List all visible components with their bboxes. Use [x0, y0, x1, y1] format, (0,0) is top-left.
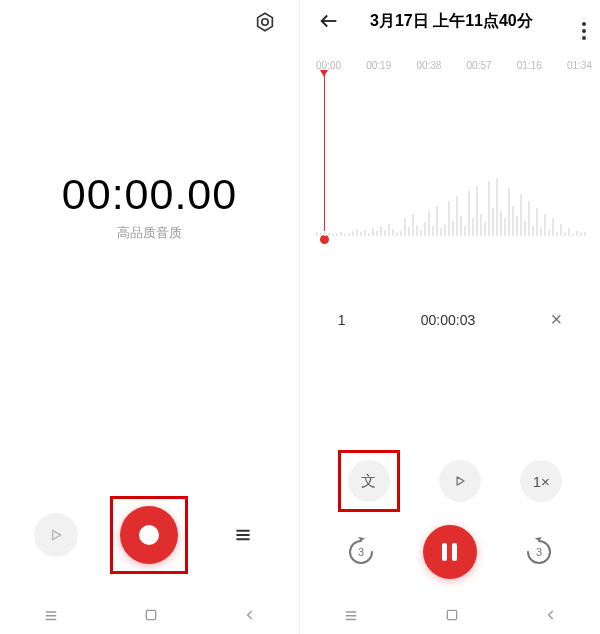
svg-marker-2: [53, 530, 61, 539]
pause-button[interactable]: [423, 525, 477, 579]
settings-icon[interactable]: [254, 11, 276, 33]
svg-text:3: 3: [536, 546, 542, 558]
home-icon[interactable]: [444, 607, 460, 623]
play-button[interactable]: [34, 513, 78, 557]
quality-label: 高品质音质: [0, 224, 299, 242]
home-icon[interactable]: [143, 607, 159, 623]
header: 3月17日 上午11点40分: [300, 10, 600, 32]
marker-index: 1: [338, 312, 346, 328]
record-button[interactable]: [120, 506, 178, 564]
rewind-3-button[interactable]: 3: [338, 529, 384, 575]
timer-readout: 00:00.00: [0, 170, 299, 219]
speed-label: 1×: [533, 473, 550, 490]
marker-delete-icon[interactable]: ×: [551, 308, 563, 331]
system-nav-right: [300, 596, 600, 634]
more-icon[interactable]: [582, 22, 586, 40]
back-nav-icon[interactable]: [243, 608, 257, 622]
forward-3-button[interactable]: 3: [516, 529, 562, 575]
recents-icon[interactable]: [342, 606, 360, 624]
back-nav-icon[interactable]: [544, 608, 558, 622]
svg-rect-17: [447, 610, 456, 619]
system-nav-left: [0, 596, 299, 634]
waveform: [316, 141, 600, 236]
transcribe-button[interactable]: 文: [348, 460, 390, 502]
waveform-area[interactable]: 00:00 00:19 00:38 00:57 01:16 01:34: [300, 55, 600, 245]
svg-text:3: 3: [358, 546, 364, 558]
svg-point-1: [262, 19, 268, 25]
timeline-ticks: 00:00 00:19 00:38 00:57 01:16 01:34: [300, 55, 600, 71]
recents-icon[interactable]: [42, 606, 60, 624]
svg-rect-9: [147, 610, 156, 619]
marker-row: 1 00:00:03 ×: [300, 300, 600, 339]
marker-time: 00:00:03: [421, 312, 476, 328]
svg-marker-0: [258, 13, 273, 30]
timer-block: 00:00.00 高品质音质: [0, 170, 299, 242]
pause-icon: [442, 543, 457, 561]
speed-button[interactable]: 1×: [520, 460, 562, 502]
back-button[interactable]: [318, 10, 340, 32]
list-button[interactable]: [221, 513, 265, 557]
play-secondary-button[interactable]: [439, 460, 481, 502]
svg-marker-11: [457, 477, 464, 485]
page-title: 3月17日 上午11点40分: [370, 11, 533, 32]
record-icon: [139, 525, 159, 545]
transcribe-label: 文: [361, 472, 376, 491]
